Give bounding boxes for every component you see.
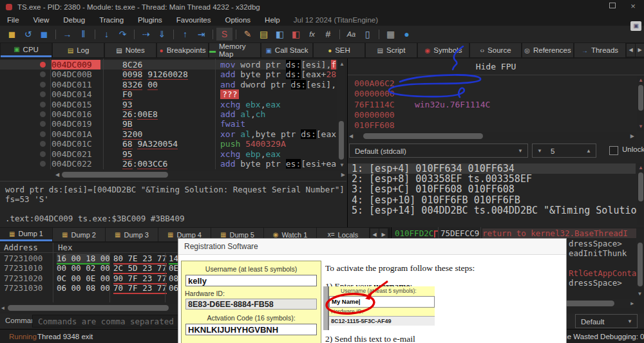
menu-item-file[interactable]: File: [0, 16, 26, 24]
args-vscrollbar[interactable]: ▲: [637, 163, 644, 225]
breakpoint-dot[interactable]: [40, 141, 46, 147]
calling-convention-dropdown[interactable]: Default (stdcall) ▼: [349, 144, 528, 158]
scroll-thumb[interactable]: [339, 121, 344, 160]
registers-pane[interactable]: Hide FPU 000A06C20000000076F1114C win32u…: [347, 59, 644, 227]
scroll-left-icon[interactable]: ◀: [1, 304, 5, 312]
tab-scroll-left-icon[interactable]: ◀: [627, 44, 635, 57]
disasm-vscrollbar[interactable]: ▲ ▼: [337, 60, 345, 169]
step-into-icon[interactable]: ↓: [99, 28, 115, 41]
scroll-thumb[interactable]: [8, 305, 169, 311]
hash-icon[interactable]: #: [320, 28, 336, 41]
tab-breakpoints[interactable]: ●Breakpoints: [157, 43, 208, 57]
register-row[interactable]: 00000000: [354, 110, 395, 120]
device-icon[interactable]: ▯: [359, 28, 375, 41]
tab-scroll-right-icon[interactable]: ▶: [636, 44, 644, 57]
scroll-down-icon[interactable]: ▼: [638, 290, 641, 298]
tab-threads[interactable]: →Threads: [574, 43, 625, 57]
spinner-down-icon[interactable]: ▼: [537, 144, 542, 158]
tab-source[interactable]: ‹›Source: [470, 43, 521, 57]
register-row[interactable]: 00000000: [354, 89, 395, 99]
breakpoint-dot[interactable]: [40, 131, 46, 137]
breakpoint-dot[interactable]: [40, 71, 46, 77]
tab-log[interactable]: ▤Log: [53, 43, 104, 57]
menu-item-favourites[interactable]: Favourites: [169, 16, 218, 24]
trace-into-icon[interactable]: ⇓: [154, 28, 170, 41]
scroll-up-icon[interactable]: ▲: [638, 163, 643, 172]
breakpoint-dot[interactable]: [40, 91, 46, 97]
tab-notes[interactable]: ▤Notes: [105, 43, 156, 57]
argument-row[interactable]: 3: [esp+C] 010FF608 010FF608: [348, 184, 636, 194]
disasm-hscrollbar[interactable]: ◀ ▶: [54, 171, 346, 179]
scroll-thumb[interactable]: [638, 85, 643, 111]
menu-item-plugins[interactable]: Plugins: [131, 16, 169, 24]
scroll-thumb[interactable]: [638, 172, 643, 201]
tray-image-icon[interactable]: ▣: [630, 21, 641, 31]
pause-icon[interactable]: ‖: [75, 28, 91, 41]
scroll-thumb[interactable]: [363, 133, 483, 139]
unlocked-checkbox[interactable]: [609, 146, 618, 155]
argument-row[interactable]: 1: [esp+4] 010FF634 010FF634: [348, 163, 636, 174]
function-icon[interactable]: fx: [304, 28, 320, 41]
tab-memory-map[interactable]: ▬Memory Map: [209, 43, 260, 57]
registers-hscrollbar[interactable]: ◀ ▶: [348, 132, 636, 140]
scroll-up-icon[interactable]: ▲: [339, 60, 345, 68]
argument-row[interactable]: 4: [esp+10] 010FF6FB 010FF6FB: [348, 195, 636, 205]
restart-icon[interactable]: ↺: [20, 28, 36, 41]
argument-row[interactable]: 2: [esp+8] 003358EF ts.003358EF: [348, 174, 636, 184]
run-icon[interactable]: →: [59, 28, 75, 41]
breakpoint-dot[interactable]: [40, 151, 46, 157]
scroll-left-icon[interactable]: ◀: [349, 132, 353, 140]
menu-item-view[interactable]: View: [26, 16, 57, 24]
tab-dump-1[interactable]: ▦Dump 1: [0, 228, 52, 241]
tab-dump-2[interactable]: ▦Dump 2: [53, 228, 105, 241]
breakpoint-dot[interactable]: [40, 161, 46, 167]
font-icon[interactable]: Aa: [343, 28, 359, 41]
arg-count-spinner[interactable]: ▼ 5 ▲: [532, 144, 596, 158]
breakpoint-dot[interactable]: [40, 102, 46, 107]
scroll-up-icon[interactable]: ▲: [638, 76, 643, 84]
breakpoint-dot[interactable]: [40, 111, 46, 117]
stop-icon[interactable]: ◼: [36, 28, 52, 41]
tab-seh[interactable]: ●SEH: [314, 43, 365, 57]
step-over-icon[interactable]: ↷: [115, 28, 131, 41]
scroll-thumb[interactable]: [62, 172, 168, 178]
spinner-up-icon[interactable]: ▲: [586, 144, 591, 158]
seh-chain-icon[interactable]: S: [216, 28, 232, 41]
tab-script[interactable]: ▤Script: [366, 43, 417, 57]
disassembly-pane[interactable]: 004DC0098C26mov word ptr ds:[esi],f004DC…: [0, 59, 346, 227]
menu-item-options[interactable]: Options: [218, 16, 258, 24]
run-to-user-code-icon[interactable]: ⇢: [138, 28, 154, 41]
stack-row[interactable]: 010FFD2C 75DEFCC9 return to kernel32.Bas…: [392, 228, 636, 238]
goto-user-icon[interactable]: ⇥: [193, 28, 209, 41]
patch-icon[interactable]: ✎: [240, 28, 256, 41]
tab-symbols[interactable]: ◉Symbols: [418, 43, 469, 57]
register-row[interactable]: 000A06C2: [354, 79, 395, 89]
scroll-thumb[interactable]: [638, 243, 643, 286]
scroll-left-icon[interactable]: ◀: [55, 171, 59, 179]
scroll-right-icon[interactable]: ▶: [341, 171, 345, 179]
breakpoint-icon[interactable]: [40, 62, 46, 68]
registers-vscrollbar[interactable]: ▲ ▼: [637, 76, 644, 131]
command-type-dropdown[interactable]: Default ▼: [575, 314, 638, 328]
globe-icon[interactable]: ●: [399, 28, 415, 41]
scroll-right-icon[interactable]: ▶: [630, 132, 634, 140]
tab-cpu[interactable]: ▣CPU: [1, 43, 52, 57]
bookmark-icon[interactable]: ◧: [288, 28, 304, 41]
hide-fpu-button[interactable]: Hide FPU: [348, 59, 644, 75]
scroll-down-icon[interactable]: ▼: [339, 161, 345, 169]
register-row[interactable]: 010FF608: [354, 120, 395, 131]
breakpoint-dot[interactable]: [40, 82, 46, 88]
tab-references[interactable]: ◎References: [522, 43, 573, 57]
tab-dump-3[interactable]: ▦Dump 3: [106, 228, 158, 241]
activation-code-input[interactable]: [185, 324, 317, 335]
close-icon[interactable]: ×: [627, 1, 639, 11]
stack-vscrollbar[interactable]: [636, 228, 644, 288]
scroll-right-icon[interactable]: ▶: [630, 299, 634, 308]
menu-item-debug[interactable]: Debug: [56, 16, 92, 24]
restore-icon[interactable]: [607, 1, 618, 9]
register-row[interactable]: 76F1114C win32u.76F1114C: [354, 100, 490, 110]
label-icon[interactable]: ◧: [272, 28, 288, 41]
open-file-icon[interactable]: ◼: [4, 28, 20, 41]
breakpoint-dot[interactable]: [40, 121, 46, 127]
comment-icon[interactable]: ▤: [256, 28, 272, 41]
